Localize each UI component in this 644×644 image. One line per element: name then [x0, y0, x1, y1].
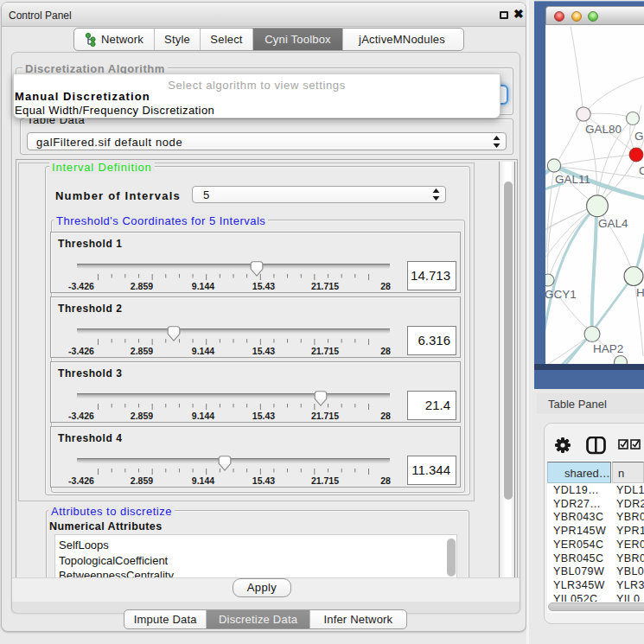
svg-text:C: C: [639, 164, 644, 177]
svg-text:H: H: [636, 286, 644, 299]
svg-text:GCY1: GCY1: [545, 288, 577, 301]
svg-text:G: G: [634, 130, 644, 143]
svg-text:GAL4: GAL4: [598, 217, 628, 230]
svg-text:GAL11: GAL11: [555, 173, 590, 186]
svg-text:GAL80: GAL80: [585, 123, 622, 136]
svg-text:HAP2: HAP2: [593, 342, 623, 355]
